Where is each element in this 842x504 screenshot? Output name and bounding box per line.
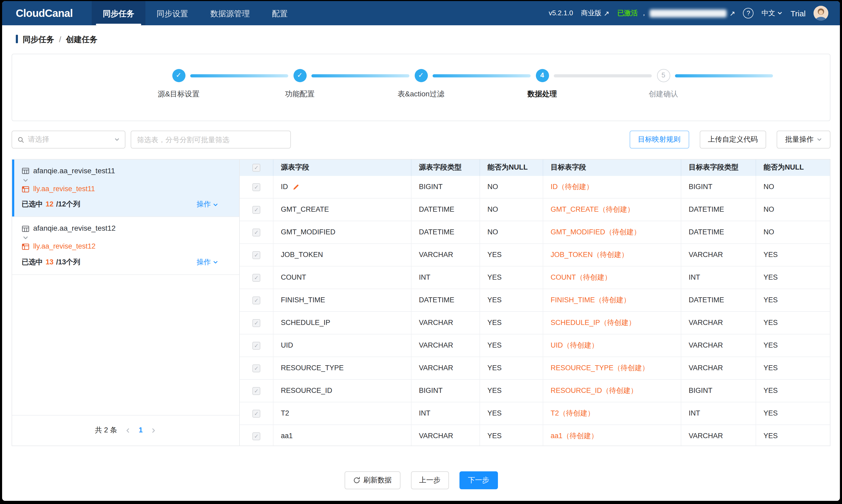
source-type-cell: INT	[411, 402, 480, 425]
step-label: 创建确认	[649, 89, 678, 99]
target-field-cell: ID（待创建）	[543, 176, 681, 199]
check-icon: ✓	[176, 71, 181, 80]
previous-step-button[interactable]: 上一步	[411, 471, 449, 489]
source-type-cell: DATETIME	[411, 199, 480, 221]
target-nullable-cell: YES	[756, 335, 830, 357]
field-row: ✓ aa1 VARCHAR YES aa1（待创建） VARCHAR	[240, 425, 830, 446]
refresh-icon	[353, 476, 360, 484]
check-icon: ✓	[418, 71, 424, 80]
refresh-data-button[interactable]: 刷新数据	[344, 471, 400, 489]
main-nav: 同步任务 同步设置 数据源管理 配置	[92, 1, 299, 25]
field-row: ✓ COUNT INT YES COUNT（待创建） INT	[240, 267, 830, 289]
filter-select[interactable]: 请选择	[12, 131, 125, 148]
license-status-badge: 已激活	[617, 8, 638, 18]
row-checkbox[interactable]: ✓	[252, 410, 260, 417]
batch-operations-button[interactable]: 批量操作	[777, 131, 830, 148]
source-type-cell: VARCHAR	[411, 357, 480, 380]
check-icon: ✓	[254, 164, 259, 172]
chevron-down-icon[interactable]	[23, 235, 218, 241]
upload-custom-code-button[interactable]: 上传自定义代码	[700, 131, 766, 148]
source-type-cell: VARCHAR	[411, 335, 480, 357]
step-indicator: ✓ 4	[536, 69, 549, 82]
table-filter-input[interactable]	[131, 131, 291, 148]
next-step-button[interactable]: 下一步	[459, 471, 498, 489]
breadcrumb-current: 创建任务	[66, 33, 98, 44]
edition-link[interactable]: 商业版 ↗	[581, 8, 609, 18]
source-field-cell: JOB_TOKEN	[274, 244, 411, 267]
nav-tab-label: 数据源管理	[210, 7, 250, 19]
nav-tab[interactable]: 同步设置	[145, 1, 199, 25]
language-selector[interactable]: 中文	[762, 8, 783, 18]
chevron-down-icon[interactable]	[23, 177, 218, 183]
check-icon: ✓	[254, 183, 259, 191]
row-checkbox[interactable]: ✓	[252, 342, 260, 349]
table-list-panel: afanqie.aa_revise_test11 lly.aa_revise_t…	[12, 160, 240, 446]
target-field-cell: UID（待创建）	[543, 335, 681, 357]
actions-dropdown[interactable]: 操作	[196, 257, 218, 268]
nav-tab[interactable]: 数据源管理	[199, 1, 261, 25]
edit-icon[interactable]	[292, 183, 299, 191]
row-checkbox[interactable]: ✓	[252, 296, 260, 304]
field-row: ✓ RESOURCE_TYPE VARCHAR YES RESOURCE_TYP…	[240, 357, 830, 380]
external-link-icon: ↗	[603, 10, 609, 17]
avatar[interactable]	[813, 6, 828, 20]
external-link-icon[interactable]: ↗	[730, 10, 735, 17]
source-field-cell: GMT_MODIFIED	[274, 221, 411, 244]
row-checkbox[interactable]: ✓	[252, 206, 260, 214]
cloudcanal-app: CloudCanal 同步任务 同步设置 数据源管理 配置 v5	[2, 1, 840, 501]
target-nullable-cell: NO	[756, 221, 830, 244]
breadcrumb-section[interactable]: 同步任务	[23, 33, 54, 44]
source-field-name: RESOURCE_ID	[281, 386, 332, 396]
select-all-checkbox[interactable]: ✓	[252, 164, 260, 172]
field-mapping-table: ✓ 源表字段 源表字段类型 能否为NULL 目标表字段 目标表字段类型 能否为N…	[240, 160, 830, 446]
source-nullable-cell: NO	[480, 176, 543, 199]
row-checkbox[interactable]: ✓	[252, 319, 260, 327]
step-indicator: ✓	[293, 69, 306, 82]
page-number[interactable]: 1	[139, 426, 143, 435]
source-field-name: ID	[281, 182, 288, 192]
wizard-step: ✓ 表&action过滤	[361, 69, 481, 121]
wizard-step: ✓ 4 数据处理	[481, 69, 603, 121]
nav-tab[interactable]: 配置	[261, 1, 299, 25]
nav-tab[interactable]: 同步任务	[92, 1, 145, 25]
row-checkbox[interactable]: ✓	[252, 228, 260, 236]
source-type-cell: DATETIME	[411, 289, 480, 312]
actions-dropdown[interactable]: 操作	[196, 200, 218, 210]
row-checkbox[interactable]: ✓	[252, 387, 260, 395]
target-nullable-cell: YES	[756, 425, 830, 446]
target-nullable-cell: YES	[756, 380, 830, 402]
chevron-left-icon[interactable]	[125, 428, 131, 433]
selected-columns-info: 已选中 12 /12个列	[22, 200, 80, 210]
license-info: 已激活 ， ↗	[617, 8, 735, 18]
field-row: ✓ JOB_TOKEN VARCHAR YES JOB_TOKEN（待创建） V…	[240, 244, 830, 267]
column-header-target-field: 目标表字段	[543, 160, 681, 176]
target-field-cell: SCHEDULE_IP（待创建）	[543, 312, 681, 335]
target-nullable-cell: YES	[756, 244, 830, 267]
source-type-cell: VARCHAR	[411, 244, 480, 267]
language-label: 中文	[762, 8, 775, 18]
target-field-cell: COUNT（待创建）	[543, 267, 681, 289]
source-type-cell: VARCHAR	[411, 425, 480, 446]
table-icon	[22, 224, 30, 233]
row-checkbox[interactable]: ✓	[252, 364, 260, 372]
row-checkbox[interactable]: ✓	[252, 183, 260, 191]
source-nullable-cell: YES	[480, 402, 543, 425]
help-icon[interactable]: ?	[743, 8, 754, 18]
step-label: 功能配置	[285, 89, 315, 99]
chevron-down-icon	[213, 202, 218, 208]
check-icon: ✓	[254, 251, 259, 258]
cloudcanal-logo[interactable]: CloudCanal	[16, 6, 73, 20]
chevron-right-icon[interactable]	[151, 428, 157, 433]
source-field-cell: SCHEDULE_IP	[274, 312, 411, 335]
table-list-item[interactable]: afanqie.aa_revise_test12 lly.aa_revise_t…	[12, 217, 239, 275]
target-type-cell: VARCHAR	[681, 357, 756, 380]
row-checkbox[interactable]: ✓	[252, 432, 260, 440]
table-list-item[interactable]: afanqie.aa_revise_test11 lly.aa_revise_t…	[12, 160, 239, 217]
row-checkbox[interactable]: ✓	[252, 251, 260, 259]
table-list-empty-space	[12, 275, 239, 415]
source-type-cell: DATETIME	[411, 221, 480, 244]
target-mapping-rule-button[interactable]: 目标映射规则	[629, 131, 689, 148]
row-checkbox[interactable]: ✓	[252, 274, 260, 282]
source-table-name: afanqie.aa_revise_test11	[33, 166, 115, 176]
target-table-icon	[22, 185, 30, 193]
